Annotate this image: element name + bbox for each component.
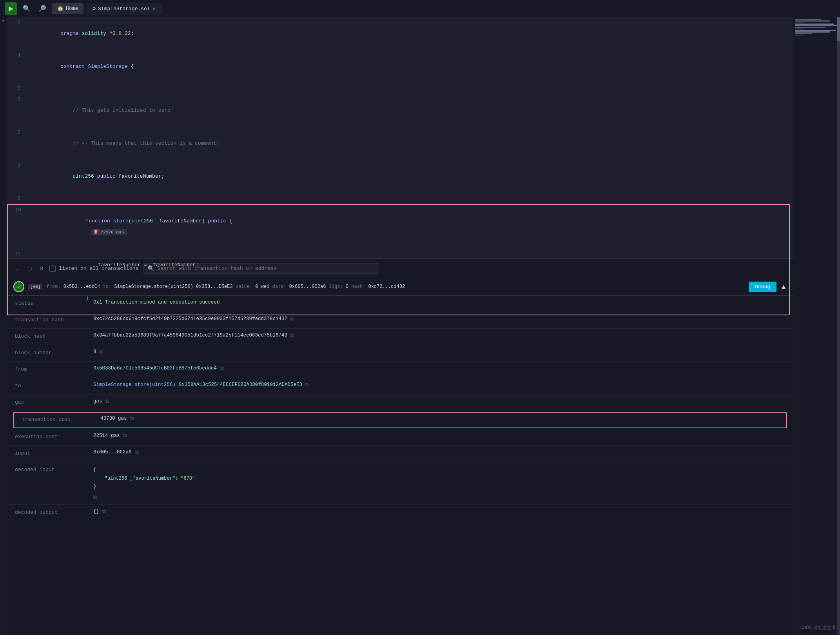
home-tab-label: Home xyxy=(66,5,78,11)
bottom-panel: ⌄ ⬡ 0 listen on all transactions 🔍 ✓ [vm… xyxy=(7,258,793,635)
code-line-9: 9 xyxy=(7,193,793,204)
code-line-7: 7 // <- This means that this section is … xyxy=(7,127,793,160)
copy-from-icon[interactable]: ⧉ xyxy=(220,366,223,371)
detail-row-input: input 0x605...002a6 ⧉ xyxy=(7,446,793,462)
file-tab-icon: ⚙ xyxy=(93,5,96,12)
minimap-content xyxy=(793,17,840,635)
detail-row-block-number: block number 8 ⧉ xyxy=(7,345,793,362)
main-area: ▼ 2 pragma solidity ^0.8.22; 4 contract … xyxy=(0,17,840,635)
tx-hash-label: transaction hash xyxy=(15,316,93,323)
decoded-output-value: {} ⧉ xyxy=(93,509,785,515)
listen-all-text: listen on all transactions xyxy=(59,266,138,271)
code-line-8: 8 uint256 public favoriteNumber; xyxy=(7,160,793,193)
detail-row-exec-cost: execution cost 22514 gas ⧉ xyxy=(7,429,793,446)
status-value: 0x1 Transaction mined and execution succ… xyxy=(93,300,785,305)
tab-close-icon[interactable]: ✕ xyxy=(152,5,156,12)
detail-row-to: to SimpleStorage.store(uint256) 0x358AA1… xyxy=(7,378,793,395)
decoded-input-json: { "uint256 _favoriteNumber": "678" } xyxy=(93,466,195,491)
detail-row-from: from 0x5B38Da6a701c568545dCfcB03FcB875f5… xyxy=(7,362,793,378)
zoom-icon: 🔎 xyxy=(38,5,46,12)
detail-row-decoded-output: decoded output {} ⧉ xyxy=(7,505,793,521)
copy-decoded-input-icon[interactable]: ⧉ xyxy=(93,495,97,500)
left-gutter: ▼ xyxy=(0,17,7,635)
minimap xyxy=(793,17,840,635)
block-number-value: 8 ⧉ xyxy=(93,349,785,355)
copy-input-icon[interactable]: ⧉ xyxy=(135,449,138,455)
input-label: input xyxy=(15,449,93,456)
code-line-4: 4 contract SimpleStorage { xyxy=(7,50,793,83)
copy-block-hash-icon[interactable]: ⧉ xyxy=(290,333,294,338)
counter-badge: 0 xyxy=(38,266,45,272)
copy-tx-hash-icon[interactable]: ⧉ xyxy=(290,316,294,322)
search-zoom-button[interactable]: 🔍 xyxy=(20,2,33,15)
code-line-5: 5 xyxy=(7,83,793,94)
copy-block-number-icon[interactable]: ⧉ xyxy=(100,349,103,355)
tx-cost-value: 43730 gas ⧉ xyxy=(100,416,778,422)
debug-button[interactable]: Debug xyxy=(749,282,777,292)
decoded-output-label: decoded output xyxy=(15,509,93,515)
vm-tag: [vm] xyxy=(28,284,42,289)
tx-cost-label: transaction cost xyxy=(22,416,100,422)
detail-row-status: status 0x1 Transaction mined and executi… xyxy=(7,296,793,312)
block-number-label: block number xyxy=(15,349,93,356)
detail-row-decoded-input: decoded input { "uint256 _favoriteNumber… xyxy=(7,462,793,505)
code-panel: 2 pragma solidity ^0.8.22; 4 contract Si… xyxy=(7,17,793,635)
code-line-10: 10 function store(uint256 _favoriteNumbe… xyxy=(8,205,789,249)
copy-decoded-output-icon[interactable]: ⧉ xyxy=(102,509,106,515)
tab-simplestorage[interactable]: ⚙ SimpleStorage.sol ✕ xyxy=(87,3,161,15)
exec-cost-label: execution cost xyxy=(15,433,93,440)
to-label: to xyxy=(15,382,93,389)
copy-tx-cost-icon[interactable]: ⧉ xyxy=(130,416,134,422)
file-tab-label: SimpleStorage.sol xyxy=(98,6,150,12)
tab-home[interactable]: 🏠 Home xyxy=(52,3,83,14)
gas-value: gas ⧉ xyxy=(93,398,785,404)
tx-summary-text: from: 0x5B3...eddC4 to: SimpleStorage.st… xyxy=(46,284,745,289)
gutter-icon-1: ▼ xyxy=(2,19,5,24)
bottom-toolbar: ⌄ ⬡ 0 listen on all transactions 🔍 xyxy=(7,259,793,278)
search-icon: 🔍 xyxy=(147,265,154,272)
listen-all-label[interactable]: listen on all transactions xyxy=(49,266,138,272)
listen-all-checkbox[interactable] xyxy=(49,266,56,272)
search-box: 🔍 xyxy=(143,263,378,274)
from-value: 0x5B38Da6a701c568545dCfcB03FcB875f56bedd… xyxy=(93,366,785,371)
copy-to-icon[interactable]: ⧉ xyxy=(305,382,309,388)
search-input[interactable] xyxy=(157,266,374,271)
status-label: status xyxy=(15,300,93,306)
input-value: 0x605...002a6 ⧉ xyxy=(93,449,785,455)
copy-gas-icon[interactable]: ⧉ xyxy=(105,398,109,404)
decoded-input-value: { "uint256 _favoriteNumber": "678" } ⧉ xyxy=(93,466,785,500)
stop-button[interactable]: ⬡ xyxy=(26,264,34,273)
block-hash-value: 0x34a7fbbac22a53689f9a77a459649051db1ce2… xyxy=(93,333,785,338)
zoom-button[interactable]: 🔎 xyxy=(36,2,49,15)
detail-row-block-hash: block hash 0x34a7fbbac22a53689f9a77a4596… xyxy=(7,329,793,345)
exec-cost-value: 22514 gas ⧉ xyxy=(93,433,785,439)
decoded-input-label: decoded input xyxy=(15,466,93,473)
watermark: CSDN @组途之者 xyxy=(800,624,836,631)
minimap-scrollbar[interactable] xyxy=(837,17,840,635)
detail-row-gas: gas gas ⧉ xyxy=(7,395,793,411)
tx-log-entry: ✓ [vm] from: 0x5B3...eddC4 to: SimpleSto… xyxy=(7,278,793,296)
to-value: SimpleStorage.store(uint256) 0x358AA13c5… xyxy=(93,382,785,388)
detail-row-tx-cost: transaction cost 43730 gas ⧉ xyxy=(13,412,787,428)
gas-label: gas xyxy=(15,398,93,405)
detail-row-tx-hash: transaction hash 0xc72c5286cd619cfcf5d21… xyxy=(7,312,793,329)
details-table: status 0x1 Transaction mined and executi… xyxy=(7,296,793,635)
panel-collapse-button[interactable]: ⌄ xyxy=(13,264,21,273)
run-icon: ▶ xyxy=(9,5,13,12)
top-toolbar: ▶ 🔍 🔎 🏠 Home ⚙ SimpleStorage.sol ✕ xyxy=(0,0,840,17)
home-icon: 🏠 xyxy=(57,5,63,12)
from-label: from xyxy=(15,366,93,372)
code-line-6: 6 // This gets initialized to zero! xyxy=(7,94,793,127)
minimap-scrollbar-thumb xyxy=(837,17,840,41)
code-line-2: 2 pragma solidity ^0.8.22; xyxy=(7,17,793,50)
search-icon: 🔍 xyxy=(23,5,31,12)
tx-hash-value: 0xc72c5286cd619cfcf5d2149b7325b6741e35c9… xyxy=(93,316,785,322)
expand-button[interactable]: ▲ xyxy=(780,283,787,290)
run-button[interactable]: ▶ xyxy=(5,2,17,15)
copy-exec-cost-icon[interactable]: ⧉ xyxy=(123,433,127,439)
tx-success-icon: ✓ xyxy=(13,281,24,292)
block-hash-label: block hash xyxy=(15,333,93,339)
